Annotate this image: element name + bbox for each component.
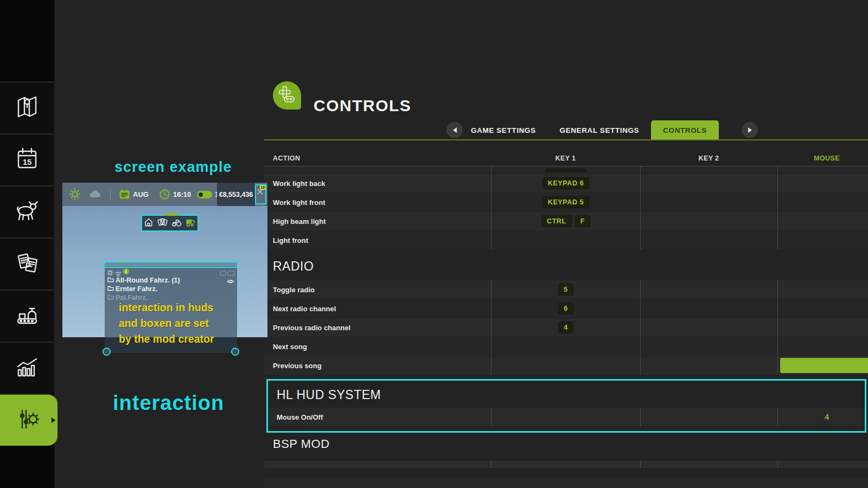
controls-page-icon	[273, 81, 301, 110]
row-action-label	[264, 461, 491, 468]
sidebar-item-calendar[interactable]: 15	[0, 133, 54, 185]
table-row[interactable]: Next radio channel6	[264, 299, 868, 318]
table-row[interactable]: Toggle radio5	[264, 280, 868, 299]
settings-icon	[15, 405, 43, 435]
row-mouse-cell[interactable]	[777, 212, 868, 230]
key-badge-partial	[545, 169, 586, 172]
row-action-label: Mouse On/Off	[268, 408, 491, 426]
table-bottom-partial-row	[264, 479, 868, 488]
table-row[interactable]: Mouse On/Off4	[268, 408, 865, 426]
row-key2-cell[interactable]	[640, 318, 777, 337]
row-action-label: Previous song	[264, 356, 491, 375]
row-mouse-cell[interactable]	[777, 318, 868, 337]
hud-panel-titlebar-selection[interactable]	[104, 261, 238, 268]
table-row[interactable]: Previous song	[264, 356, 868, 375]
map-icon	[13, 93, 41, 123]
tabs-next-button[interactable]	[742, 122, 758, 138]
row-mouse-cell[interactable]	[777, 174, 868, 192]
column-header-action: ACTION	[273, 155, 300, 162]
row-mouse-cell[interactable]	[777, 337, 868, 356]
row-key1-cell[interactable]	[491, 231, 640, 249]
row-mouse-cell	[777, 461, 868, 468]
column-header-key1: KEY 1	[491, 155, 640, 162]
row-mouse-cell[interactable]	[777, 280, 868, 299]
production-icon	[13, 301, 41, 331]
row-key1-cell[interactable]: KEYPAD 6	[491, 174, 640, 192]
tab-bar: GAME SETTINGSGENERAL SETTINGSCONTROLS	[459, 120, 719, 140]
tab-underline	[264, 139, 868, 140]
row-key2-cell[interactable]	[640, 337, 777, 356]
row-key1-cell[interactable]	[491, 356, 640, 375]
clock-icon	[159, 189, 170, 202]
table-row[interactable]: Light front	[264, 231, 868, 249]
row-mouse-cell[interactable]	[777, 299, 868, 318]
harvester-icon[interactable]	[186, 217, 196, 229]
list-item[interactable]: Ernter Fahrz.	[107, 285, 180, 293]
eye-icon[interactable]	[227, 277, 234, 287]
row-key2-cell[interactable]	[640, 299, 777, 318]
row-key1-cell[interactable]: CTRLF	[491, 212, 640, 230]
hud-note-line: interaction in huds	[119, 300, 214, 316]
row-action-label: Toggle radio	[264, 280, 491, 299]
row-key1-cell[interactable]: KEYPAD 5	[491, 193, 640, 211]
row-key2-cell	[640, 461, 777, 468]
row-key2-cell[interactable]	[640, 280, 777, 299]
row-mouse-cell[interactable]	[777, 356, 868, 375]
hud-panel[interactable]: All-Round Fahrz. (1)Ernter Fahrz.Pal.Fah…	[105, 266, 237, 353]
tab-controls[interactable]: CONTROLS	[651, 120, 719, 140]
row-key2-cell[interactable]	[640, 408, 777, 426]
tab-game-settings[interactable]: GAME SETTINGS	[459, 120, 548, 140]
list-item[interactable]: All-Round Fahrz. (1)	[107, 276, 180, 285]
row-mouse-cell[interactable]: 4	[777, 408, 865, 426]
section-title: HL HUD SYSTEM	[268, 381, 865, 408]
sidebar-item-settings[interactable]	[0, 394, 58, 446]
row-key2-cell[interactable]	[640, 212, 777, 230]
sidebar-item-map[interactable]	[0, 81, 54, 133]
row-key1-cell[interactable]: 5	[491, 280, 640, 299]
chevron-right-icon	[748, 127, 752, 133]
row-key2-cell[interactable]	[640, 193, 777, 211]
sidebar-item-statistics[interactable]	[0, 342, 54, 394]
table-row[interactable]: Work light frontKEYPAD 5	[264, 193, 868, 211]
row-key1-cell[interactable]: 6	[491, 299, 640, 318]
hud-toolbar[interactable]	[141, 215, 199, 232]
controls-table: Work light backKEYPAD 6Work light frontK…	[264, 166, 868, 468]
row-key1-cell[interactable]: 4	[491, 318, 640, 337]
cards-icon[interactable]	[157, 217, 168, 229]
row-key1-cell[interactable]	[491, 408, 640, 426]
page-title: CONTROLS	[314, 97, 411, 115]
row-key1-cell[interactable]	[491, 337, 640, 356]
row-mouse-cell[interactable]	[777, 231, 868, 249]
table-row[interactable]: High beam lightCTRLF	[264, 212, 868, 230]
key-badge: F	[575, 215, 590, 227]
row-action-label: Work light front	[264, 193, 491, 211]
sidebar-item-animals[interactable]	[0, 185, 54, 237]
mouse-binding-bar[interactable]	[780, 358, 868, 373]
calendar-icon: 15	[13, 145, 41, 175]
table-row[interactable]: Work light backKEYPAD 6	[264, 174, 868, 192]
hud-top-bar: AUG 16:10 1 €8,553,436 18	[62, 183, 267, 206]
info-icon[interactable]	[123, 268, 129, 274]
table-row[interactable]: Previous radio channel4	[264, 318, 868, 337]
toolbar-sliver	[164, 213, 178, 216]
tab-general-settings[interactable]: GENERAL SETTINGS	[548, 120, 652, 140]
sidebar-item-production[interactable]	[0, 290, 54, 342]
table-row[interactable]: Next song	[264, 337, 868, 356]
selection-handle[interactable]	[231, 348, 239, 356]
hud-time: 16:10	[173, 190, 191, 198]
selection-handle[interactable]	[103, 348, 111, 356]
row-key2-cell[interactable]	[640, 174, 777, 192]
gamepad-icon	[277, 85, 297, 106]
cow-icon	[13, 197, 41, 227]
row-key2-cell[interactable]	[640, 356, 777, 375]
sidebar-item-contracts[interactable]	[0, 237, 54, 290]
hud-badge: 18	[260, 185, 265, 190]
divider	[110, 189, 111, 200]
row-mouse-cell[interactable]	[777, 193, 868, 211]
key-badge: KEYPAD 6	[542, 177, 589, 189]
list-item-label: Ernter Fahrz.	[116, 285, 157, 293]
row-key2-cell[interactable]	[640, 231, 777, 249]
highlight-selection-box: HL HUD SYSTEMMouse On/Off4	[266, 379, 866, 433]
house-icon[interactable]	[144, 217, 154, 229]
tractor-icon[interactable]	[171, 217, 182, 229]
